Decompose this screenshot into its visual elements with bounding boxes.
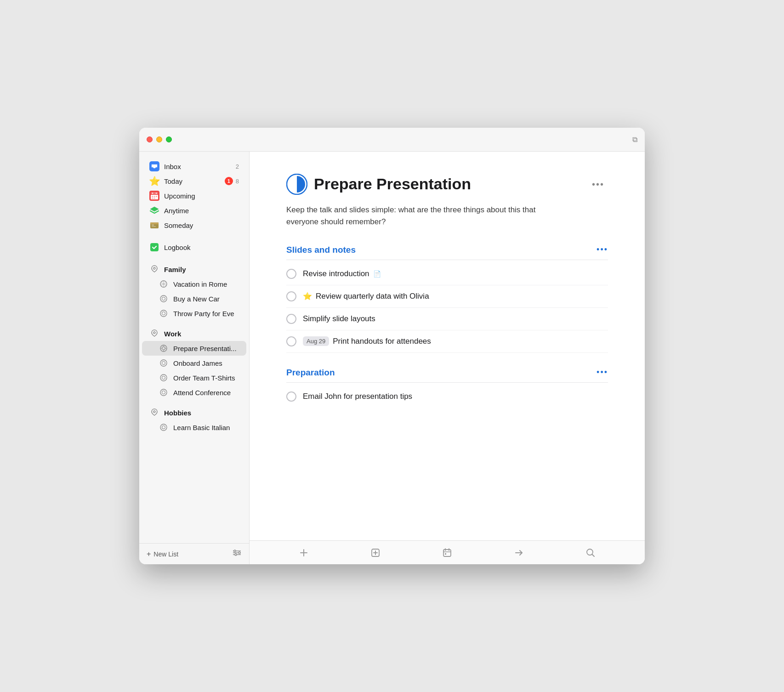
- sidebar-item-upcoming[interactable]: Upcoming: [142, 188, 246, 203]
- sidebar-item-work-area[interactable]: Work: [142, 326, 246, 341]
- svg-point-34: [234, 550, 236, 552]
- filter-button[interactable]: [233, 548, 242, 560]
- attend-conference-label: Attend Conference: [173, 389, 239, 397]
- svg-rect-14: [152, 226, 156, 227]
- sidebar-item-someday[interactable]: Someday: [142, 218, 246, 233]
- move-button[interactable]: [511, 545, 527, 561]
- calendar-button[interactable]: [439, 545, 455, 561]
- task-checkbox-email-john[interactable]: [286, 391, 296, 402]
- svg-rect-13: [152, 225, 154, 226]
- logbook-label: Logbook: [164, 244, 239, 251]
- svg-point-22: [153, 332, 155, 334]
- svg-rect-53: [445, 553, 446, 555]
- detail-toolbar: [250, 540, 645, 564]
- task-text-email-john: Email John for presentation tips: [303, 392, 608, 401]
- task-description: Keep the talk and slides simple: what ar…: [286, 204, 544, 228]
- sidebar-item-onboard-james[interactable]: Onboard James: [142, 356, 246, 370]
- sidebar-item-attend-conference[interactable]: Attend Conference: [142, 385, 246, 400]
- task-main-icon: [286, 174, 307, 195]
- task-checkbox-print-handouts[interactable]: [286, 336, 296, 346]
- family-area-icon: [149, 264, 159, 274]
- onboard-james-label: Onboard James: [173, 359, 239, 367]
- traffic-lights: [147, 136, 172, 142]
- upcoming-icon: [149, 191, 159, 201]
- new-checklist-button[interactable]: [367, 545, 384, 561]
- svg-rect-15: [150, 243, 159, 251]
- vacation-label: Vacation in Rome: [173, 280, 239, 288]
- task-checkbox-simplify-layouts[interactable]: [286, 314, 296, 324]
- maximize-button[interactable]: [166, 136, 172, 142]
- svg-rect-9: [152, 198, 153, 199]
- svg-rect-49: [443, 550, 451, 556]
- new-list-label: New List: [153, 550, 178, 558]
- svg-rect-8: [156, 196, 157, 197]
- italian-icon: [159, 422, 169, 432]
- italian-label: Learn Basic Italian: [173, 424, 239, 431]
- sidebar-item-hobbies-area[interactable]: Hobbies: [142, 405, 246, 420]
- today-label: Today: [164, 177, 220, 185]
- prepare-presentation-label: Prepare Presentati...: [173, 345, 239, 352]
- inbox-badge: 2: [236, 163, 239, 170]
- svg-rect-6: [152, 196, 153, 197]
- add-task-button[interactable]: [295, 545, 312, 561]
- logbook-icon: [149, 242, 159, 252]
- section-preparation-more-button[interactable]: •••: [597, 368, 608, 377]
- task-checkbox-review-quarterly[interactable]: [286, 291, 296, 301]
- section-preparation-header: Preparation •••: [286, 368, 608, 383]
- task-item-simplify-layouts: Simplify slide layouts: [286, 308, 608, 330]
- party-label: Throw Party for Eve: [173, 310, 239, 318]
- task-text-print-handouts: Aug 29 Print handouts for attendees: [303, 336, 608, 346]
- sidebar-item-family-area[interactable]: Family: [142, 262, 246, 277]
- section-slides-notes-more-button[interactable]: •••: [597, 245, 608, 255]
- section-slides-notes-header: Slides and notes •••: [286, 245, 608, 260]
- app-window: ⧉ Inbox 2: [139, 128, 645, 564]
- svg-point-16: [153, 267, 155, 269]
- someday-icon: [149, 220, 159, 230]
- svg-point-35: [239, 552, 240, 554]
- svg-point-36: [235, 554, 237, 556]
- sidebar-item-order-shirts[interactable]: Order Team T-Shirts: [142, 370, 246, 385]
- svg-rect-10: [154, 198, 155, 199]
- sidebar-item-italian[interactable]: Learn Basic Italian: [142, 420, 246, 435]
- svg-point-20: [160, 310, 167, 317]
- attend-conference-icon: [159, 387, 169, 397]
- prepare-presentation-icon: [159, 343, 169, 353]
- task-title: Prepare Presentation: [314, 176, 582, 193]
- sidebar-item-inbox[interactable]: Inbox 2: [142, 159, 246, 174]
- family-area-label: Family: [164, 266, 239, 273]
- title-bar: ⧉: [139, 128, 645, 152]
- detail-body: Prepare Presentation ••• Keep the talk a…: [250, 152, 645, 540]
- anytime-label: Anytime: [164, 207, 239, 215]
- svg-point-19: [162, 297, 165, 301]
- sidebar-item-prepare-presentation[interactable]: Prepare Presentati...: [142, 341, 246, 356]
- copy-window-icon[interactable]: ⧉: [632, 136, 637, 144]
- svg-point-32: [160, 424, 167, 431]
- minimize-button[interactable]: [156, 136, 162, 142]
- someday-label: Someday: [164, 221, 239, 229]
- task-header: Prepare Presentation •••: [286, 174, 608, 195]
- onboard-james-icon: [159, 358, 169, 368]
- task-date-badge-print-handouts: Aug 29: [303, 336, 329, 346]
- sidebar-item-vacation[interactable]: Vacation in Rome: [142, 277, 246, 291]
- new-list-button[interactable]: + New List: [147, 550, 178, 558]
- svg-point-27: [160, 374, 167, 381]
- sidebar: Inbox 2 ⭐ Today 1 8: [139, 152, 250, 564]
- close-button[interactable]: [147, 136, 153, 142]
- svg-line-56: [592, 554, 595, 556]
- buy-car-label: Buy a New Car: [173, 295, 239, 303]
- sidebar-item-anytime[interactable]: Anytime: [142, 203, 246, 218]
- svg-point-26: [162, 362, 165, 365]
- section-preparation-title: Preparation: [286, 368, 335, 378]
- inbox-label: Inbox: [164, 163, 231, 170]
- task-checkbox-revise-intro[interactable]: [286, 269, 296, 279]
- sidebar-item-today[interactable]: ⭐ Today 1 8: [142, 174, 246, 188]
- svg-point-3: [152, 193, 153, 193]
- work-area-icon: [149, 329, 159, 339]
- sidebar-item-party[interactable]: Throw Party for Eve: [142, 306, 246, 321]
- detail-menu-button[interactable]: •••: [588, 177, 608, 192]
- search-button[interactable]: [582, 545, 599, 561]
- today-icon: ⭐: [149, 176, 159, 186]
- sidebar-item-logbook[interactable]: Logbook: [142, 240, 246, 255]
- sidebar-item-buy-car[interactable]: Buy a New Car: [142, 291, 246, 306]
- hobbies-area-label: Hobbies: [164, 409, 239, 417]
